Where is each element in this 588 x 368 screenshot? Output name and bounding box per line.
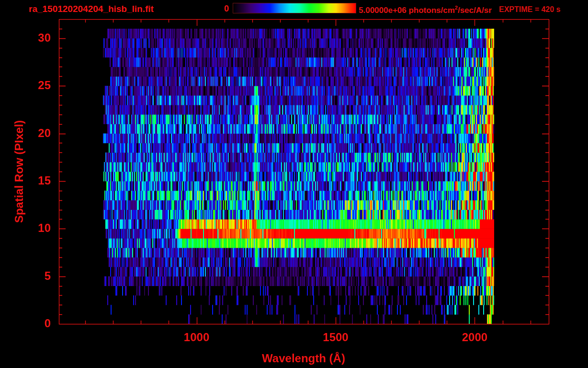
y-tick-label: 0 (8, 317, 51, 330)
x-tick-label: 1000 (173, 331, 221, 344)
y-tick-label: 10 (8, 221, 51, 235)
x-axis-title: Wavelength (Å) (262, 352, 345, 365)
idl-spectral-image-viewer: ra_150120204204_hisb_lin.fit 0 5.00000e+… (0, 0, 588, 368)
y-tick-label: 30 (8, 31, 51, 45)
colorbar-max-value: 5.00000e+06 photons/cm (359, 6, 455, 15)
file-title: ra_150120204204_hisb_lin.fit (29, 4, 154, 14)
colorbar (233, 3, 356, 13)
x-tick-label: 2000 (451, 331, 498, 344)
colorbar-min-label: 0 (209, 4, 229, 14)
x-tick-label: 1500 (312, 331, 360, 344)
colorbar-max-label: 5.00000e+06 photons/cm2/sec/A/sr (359, 5, 492, 15)
spectral-heatmap (59, 19, 549, 324)
y-tick-label: 25 (8, 79, 51, 92)
colorbar-unit-suffix: /sec/A/sr (458, 6, 492, 15)
y-tick-label: 5 (8, 269, 51, 283)
exptime-label: EXPTIME = 420 s (499, 5, 561, 14)
y-axis-title: Spatial Row (PIxel) (12, 120, 26, 223)
